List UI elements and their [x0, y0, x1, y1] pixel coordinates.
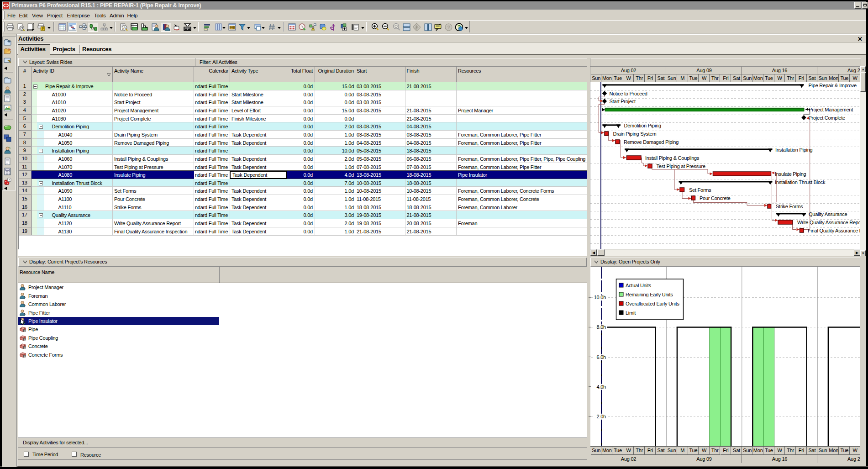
- svg-text:Install Piping & Couplings: Install Piping & Couplings: [645, 155, 700, 161]
- svg-text:Project Complete: Project Complete: [809, 115, 846, 121]
- svg-text:Overallocated Early Units: Overallocated Early Units: [626, 301, 680, 306]
- svg-text:Demolition Piping: Demolition Piping: [624, 123, 661, 128]
- svg-text:10.0h: 10.0h: [594, 295, 606, 300]
- svg-text:Test Piping at Pressure: Test Piping at Pressure: [657, 163, 705, 169]
- svg-text:Installation Piping: Installation Piping: [775, 147, 813, 153]
- svg-text:Limit: Limit: [626, 310, 636, 316]
- svg-text:Quality Assurance: Quality Assurance: [809, 211, 847, 217]
- svg-text:Project Management: Project Management: [809, 107, 853, 112]
- svg-text:8.0h: 8.0h: [597, 324, 606, 330]
- svg-text:2.0h: 2.0h: [597, 414, 606, 419]
- svg-text:Remove Damaged Piping: Remove Damaged Piping: [624, 139, 679, 145]
- svg-text:A: A: [123, 26, 126, 30]
- svg-text:Drain Piping System: Drain Piping System: [613, 131, 657, 137]
- svg-text:Set Forms: Set Forms: [689, 187, 711, 193]
- svg-text:Strike Forms: Strike Forms: [776, 204, 803, 209]
- svg-text:Final Quality Assurance Inspec: Final Quality Assurance Inspection: [808, 228, 860, 233]
- svg-text:?: ?: [447, 24, 450, 30]
- svg-text:Pipe Repair & Improve: Pipe Repair & Improve: [809, 83, 857, 88]
- svg-text:Actual Units: Actual Units: [626, 283, 651, 288]
- svg-text:Pour Concrete: Pour Concrete: [700, 195, 731, 201]
- svg-text:Remaining Early Units: Remaining Early Units: [626, 292, 673, 297]
- svg-text:Start Project: Start Project: [610, 99, 636, 104]
- svg-text:6.0h: 6.0h: [597, 354, 606, 360]
- svg-text:Notice to Proceed: Notice to Proceed: [610, 91, 647, 96]
- svg-text:4.0h: 4.0h: [597, 384, 606, 390]
- svg-text:Insulate Piping: Insulate Piping: [775, 171, 806, 177]
- svg-text:Installation Thrust Block: Installation Thrust Block: [775, 179, 826, 185]
- svg-text:Write Quality Assurance Report: Write Quality Assurance Report: [797, 220, 860, 225]
